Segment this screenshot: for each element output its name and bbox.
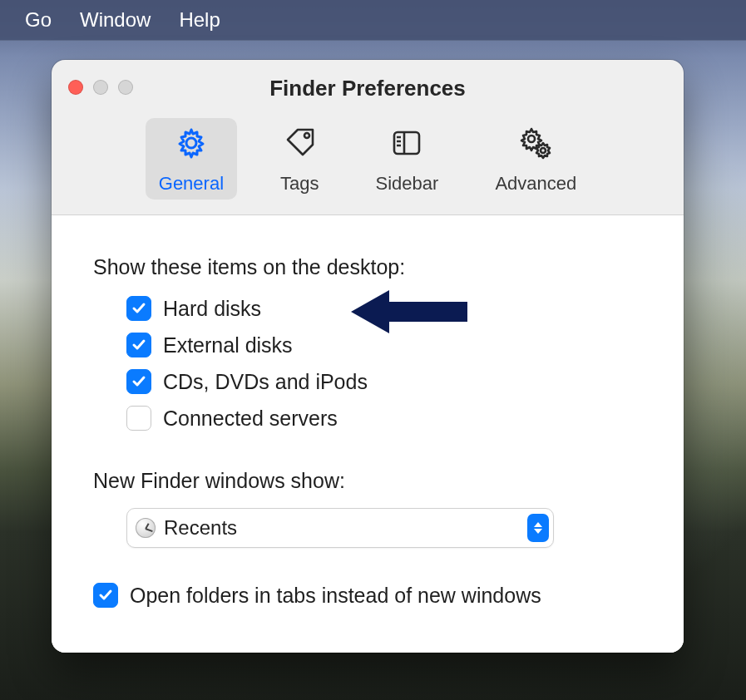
prefs-toolbar: General Tags (52, 116, 684, 215)
gear-icon (175, 126, 208, 165)
desktop-items-heading: Show these items on the desktop: (93, 255, 642, 279)
tab-sidebar[interactable]: Sidebar (363, 118, 452, 200)
checkmark-icon (131, 374, 146, 389)
checkmark-icon (98, 588, 113, 603)
tab-advanced[interactable]: Advanced (482, 118, 590, 200)
checkbox-label: CDs, DVDs and iPods (163, 370, 368, 394)
window-title: Finder Preferences (52, 76, 684, 101)
new-finder-windows-dropdown[interactable]: Recents (126, 508, 554, 548)
tab-label: Tags (280, 173, 319, 195)
tab-tags[interactable]: Tags (267, 118, 332, 200)
finder-preferences-window: Finder Preferences General (52, 60, 684, 653)
traffic-lights (68, 80, 133, 95)
tab-label: Advanced (495, 173, 576, 195)
recents-clock-icon (136, 518, 156, 538)
desktop-background: Go Window Help Finder Preferences (0, 0, 746, 700)
checkbox-connected-servers[interactable] (126, 406, 151, 431)
checkbox-hard-disks-row: Hard disks (126, 296, 642, 321)
svg-rect-2 (394, 132, 419, 154)
minimize-window-button[interactable] (93, 80, 108, 95)
close-window-button[interactable] (68, 80, 83, 95)
menu-item-help[interactable]: Help (179, 8, 220, 32)
checkbox-hard-disks[interactable] (126, 296, 151, 321)
checkbox-open-folders-in-tabs[interactable] (93, 583, 118, 608)
checkbox-label: Open folders in tabs instead of new wind… (130, 584, 541, 608)
checkbox-cds-dvds-ipods[interactable] (126, 369, 151, 394)
svg-point-0 (186, 138, 196, 148)
checkbox-external-disks-row: External disks (126, 333, 642, 357)
menu-item-window[interactable]: Window (80, 8, 151, 32)
checkbox-cds-dvds-ipods-row: CDs, DVDs and iPods (126, 369, 642, 394)
gears-icon (519, 126, 552, 165)
general-pane: Show these items on the desktop: Hard di… (52, 215, 684, 653)
checkbox-label: Connected servers (163, 407, 338, 431)
tag-icon (283, 126, 316, 165)
checkbox-connected-servers-row: Connected servers (126, 406, 642, 431)
checkbox-label: External disks (163, 333, 293, 357)
svg-point-8 (541, 148, 546, 153)
dropdown-selected-value: Recents (164, 516, 237, 540)
chevron-up-icon (534, 522, 542, 527)
window-titlebar: Finder Preferences (52, 60, 684, 116)
system-menu-bar: Go Window Help (0, 0, 746, 40)
open-folders-in-tabs-row: Open folders in tabs instead of new wind… (93, 583, 642, 608)
chevron-down-icon (534, 529, 542, 534)
tab-label: General (159, 173, 224, 195)
dropdown-stepper[interactable] (527, 514, 549, 542)
zoom-window-button[interactable] (118, 80, 133, 95)
checkbox-external-disks[interactable] (126, 333, 151, 357)
new-finder-windows-heading: New Finder windows show: (93, 469, 642, 493)
sidebar-icon (390, 126, 423, 165)
svg-point-7 (528, 136, 535, 142)
tab-label: Sidebar (376, 173, 439, 195)
checkmark-icon (131, 301, 146, 316)
checkbox-label: Hard disks (163, 297, 261, 321)
svg-point-1 (304, 133, 309, 138)
checkmark-icon (131, 338, 146, 352)
menu-item-go[interactable]: Go (25, 8, 52, 32)
tab-general[interactable]: General (146, 118, 237, 200)
desktop-items-list: Hard disks External disks CDs, DVDs and … (93, 296, 642, 431)
